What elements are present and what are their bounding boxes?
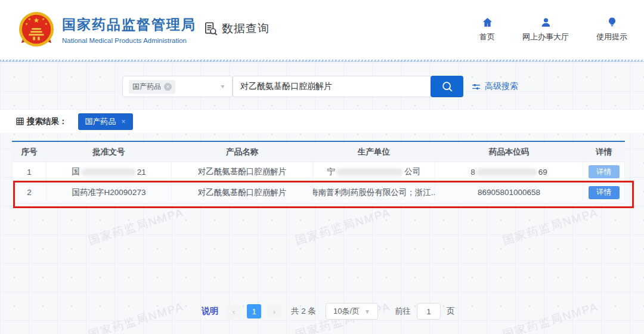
chevron-down-icon: ▼ — [364, 308, 370, 315]
chevron-down-icon: ▼ — [219, 84, 226, 89]
filter-tag-label: 国产药品 — [85, 116, 116, 127]
svg-text:★: ★ — [45, 22, 48, 26]
column-header-code: 药品本位码 — [435, 142, 583, 162]
filter-tag[interactable]: 国产药品 × — [78, 113, 133, 130]
header-divider — [0, 60, 644, 62]
watermark: 国家药监局NMPA — [86, 205, 186, 249]
cell-product: 对乙酰氨基酚口腔崩解片 — [172, 182, 313, 203]
redaction-blur — [81, 168, 136, 176]
column-header-detail: 详情 — [583, 142, 625, 162]
prev-page-button[interactable]: ‹ — [227, 304, 241, 318]
category-tag-label: 国产药品 — [132, 82, 161, 92]
search-icon — [441, 80, 454, 93]
cell-detail: 详情 — [583, 182, 625, 203]
home-icon — [482, 17, 493, 28]
cell-approval: 国药准字H20090273 — [47, 182, 172, 203]
column-header-index: 序号 — [12, 142, 47, 162]
column-header-manufacturer: 生产单位 — [313, 142, 435, 162]
cell-detail: 详情 — [583, 162, 625, 182]
column-header-product: 产品名称 — [172, 142, 313, 162]
watermark: 国家药监局NMPA — [501, 205, 600, 249]
table-row-1: 1 国 21 对乙酰氨基酚口腔崩解片 宁 公司 8 69 — [12, 162, 625, 182]
main-content: 国家药监局NMPA 国家药监局NMPA 国家药监局NMPA 国家药监局NMPA … — [0, 63, 644, 334]
national-emblem-logo: ★ ★ ★ ★ ★ — [18, 11, 55, 48]
svg-text:★: ★ — [42, 17, 45, 21]
redaction-blur — [336, 168, 403, 176]
table-header-row: 序号 批准文号 产品名称 生产单位 药品本位码 详情 — [12, 142, 625, 162]
header-nav: 首页 网上办事大厅 使用提示 — [479, 17, 627, 42]
svg-text:★: ★ — [25, 22, 28, 26]
sliders-icon — [471, 82, 481, 92]
page-number-active[interactable]: 1 — [247, 304, 261, 318]
detail-button[interactable]: 详情 — [589, 165, 620, 178]
org-subtitle: National Medical Products Administration — [62, 37, 196, 44]
grid-icon — [16, 117, 24, 125]
cell-index: 1 — [12, 162, 47, 182]
app-title: 数据查询 — [203, 21, 270, 36]
total-count-label: 共 2 条 — [291, 306, 316, 317]
nav-home-label: 首页 — [479, 32, 495, 42]
cell-product: 对乙酰氨基酚口腔崩解片 — [172, 162, 313, 182]
page-size-select[interactable]: 10条/页 ▼ — [326, 303, 378, 320]
category-tag: 国产药品 × — [129, 80, 175, 94]
header: ★ ★ ★ ★ ★ 国家药品监督管理局 National Medical Pro… — [0, 0, 644, 60]
watermark: 国家药监局NMPA — [86, 299, 186, 334]
results-bar: 搜索结果： 国产药品 × — [0, 109, 644, 133]
watermark: 国家药监局NMPA — [501, 299, 600, 334]
note-link[interactable]: 说明 — [202, 306, 218, 317]
column-header-approval: 批准文号 — [47, 142, 172, 162]
table-row-2: 2 国药准字H20090273 对乙酰氨基酚口腔崩解片 海南普利制药股份有限公司… — [12, 182, 625, 203]
goto-page-input[interactable] — [417, 303, 441, 320]
results-table: 序号 批准文号 产品名称 生产单位 药品本位码 详情 1 国 21 对乙酰氨基酚… — [12, 141, 625, 203]
results-label: 搜索结果： — [16, 116, 67, 127]
filter-tag-close-icon[interactable]: × — [122, 117, 126, 126]
page-size-value: 10条/页 — [333, 306, 360, 317]
org-title-block: 国家药品监督管理局 National Medical Products Admi… — [62, 16, 196, 44]
goto-label: 前往 — [395, 306, 411, 317]
next-page-button[interactable]: › — [267, 304, 281, 318]
nav-usage-tips[interactable]: 使用提示 — [596, 17, 627, 42]
category-select[interactable]: 国产药品 × ▼ — [122, 76, 233, 97]
cell-manufacturer-redacted: 宁 公司 — [313, 162, 435, 182]
nav-service-hall-label: 网上办事大厅 — [522, 32, 569, 42]
cell-index: 2 — [12, 182, 47, 203]
cell-manufacturer: 海南普利制药股份有限公司；浙江... — [313, 182, 435, 203]
watermark: 国家药监局NMPA — [293, 205, 393, 249]
document-search-icon — [203, 21, 218, 36]
bulb-icon — [606, 17, 618, 28]
app-title-text: 数据查询 — [222, 21, 270, 36]
user-icon — [540, 17, 552, 28]
category-tag-close-icon[interactable]: × — [164, 83, 172, 91]
advanced-search-link[interactable]: 高级搜索 — [471, 81, 518, 92]
detail-button[interactable]: 详情 — [589, 186, 620, 199]
search-button[interactable] — [431, 76, 463, 97]
org-title: 国家药品监督管理局 — [62, 16, 196, 34]
search-input[interactable] — [233, 76, 431, 97]
nav-usage-tips-label: 使用提示 — [596, 32, 627, 42]
cell-approval-redacted: 国 21 — [47, 162, 172, 182]
pagination: 说明 ‹ 1 › 共 2 条 10条/页 ▼ 前往 页 — [202, 303, 455, 320]
nav-service-hall[interactable]: 网上办事大厅 — [522, 17, 569, 42]
advanced-search-label: 高级搜索 — [485, 81, 518, 92]
cell-code-redacted: 8 69 — [435, 162, 583, 182]
cell-code: 86905801000658 — [435, 182, 583, 203]
page-unit-label: 页 — [447, 306, 455, 317]
svg-text:★: ★ — [28, 17, 31, 21]
nav-home[interactable]: 首页 — [479, 17, 495, 42]
redaction-blur — [476, 168, 537, 176]
svg-text:★: ★ — [33, 16, 39, 24]
page: ★ ★ ★ ★ ★ 国家药品监督管理局 National Medical Pro… — [0, 0, 644, 334]
